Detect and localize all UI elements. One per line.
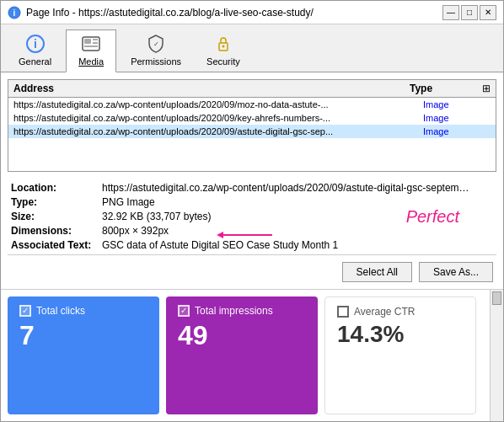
address-column-header: Address — [13, 83, 410, 94]
stat-card-total-clicks: ✓ Total clicks 7 — [8, 296, 159, 414]
permissions-icon: ✓ — [146, 34, 166, 54]
media-table: Address Type ⊞ https://astutedigital.co.… — [8, 79, 496, 172]
average-ctr-value: 14.3% — [337, 323, 464, 346]
total-impressions-title: Total impressions — [195, 305, 273, 317]
total-impressions-value: 49 — [178, 322, 306, 349]
location-value: https://astutedigital.co.za/wp-content/u… — [102, 182, 473, 194]
dimensions-label: Dimensions: — [11, 225, 95, 237]
svg-rect-5 — [84, 39, 91, 44]
stat-card-header: ✓ Total impressions — [178, 305, 306, 317]
table-row[interactable]: https://astutedigital.co.za/wp-content/u… — [8, 125, 496, 138]
type-label: Type: — [11, 196, 95, 208]
stat-card-total-impressions: ✓ Total impressions 49 — [166, 296, 318, 414]
select-all-button[interactable]: Select All — [342, 262, 412, 282]
associated-text-label: Associated Text: — [11, 239, 95, 251]
window-icon: i — [8, 6, 21, 19]
dimensions-row: Dimensions: 800px × 392px — [11, 225, 493, 237]
table-row[interactable]: https://astutedigital.co.za/wp-content/u… — [8, 98, 496, 111]
arrow-icon — [213, 227, 281, 243]
row-address: https://astutedigital.co.za/wp-content/u… — [13, 99, 423, 110]
media-icon — [81, 34, 101, 54]
stat-card-header: ✓ Total clicks — [19, 305, 147, 317]
size-row: Size: 32.92 KB (33,707 bytes) Perfect — [11, 211, 493, 222]
maximize-button[interactable]: □ — [461, 5, 478, 20]
total-clicks-checkbox[interactable]: ✓ — [19, 305, 31, 317]
security-icon — [213, 34, 233, 54]
stat-card-header: Average CTR — [337, 306, 464, 318]
svg-rect-7 — [93, 42, 98, 44]
minimize-button[interactable]: — — [442, 5, 459, 20]
tab-security[interactable]: Security — [196, 29, 251, 72]
save-as-button[interactable]: Save As... — [419, 262, 493, 282]
svg-marker-12 — [217, 232, 223, 238]
type-value: PNG Image — [102, 196, 493, 208]
svg-rect-6 — [93, 39, 98, 40]
action-buttons: Select All Save As... — [1, 255, 503, 289]
tab-general-label: General — [19, 56, 51, 67]
type-row: Type: PNG Image — [11, 196, 493, 208]
svg-text:i: i — [13, 8, 16, 18]
total-clicks-title: Total clicks — [36, 305, 85, 317]
type-column-header: Type — [410, 83, 477, 94]
total-impressions-checkbox[interactable]: ✓ — [178, 305, 190, 317]
general-icon: i — [25, 34, 46, 54]
row-address: https://astutedigital.co.za/wp-content/u… — [13, 113, 423, 123]
svg-text:i: i — [34, 37, 37, 51]
tab-media[interactable]: Media — [66, 29, 116, 72]
preview-area: ✓ Total clicks 7 ✓ Total impressions 49 — [1, 289, 503, 421]
size-label: Size: — [11, 211, 95, 222]
close-button[interactable]: ✕ — [480, 5, 496, 20]
table-row[interactable]: https://astutedigital.co.za/wp-content/u… — [8, 111, 496, 125]
stat-card-average-ctr: Average CTR 14.3% — [324, 296, 476, 414]
sort-icon: ⊞ — [477, 83, 491, 94]
svg-point-11 — [222, 45, 224, 48]
total-clicks-value: 7 — [19, 322, 147, 349]
tab-permissions-label: Permissions — [131, 56, 181, 67]
row-type: Image — [423, 99, 491, 110]
page-info-window: i Page Info - https://astutedigital.co.z… — [0, 0, 504, 422]
window-controls: — □ ✕ — [442, 5, 496, 20]
row-address: https://astutedigital.co.za/wp-content/u… — [13, 126, 423, 136]
tab-general[interactable]: i General — [8, 29, 62, 72]
location-row: Location: https://astutedigital.co.za/wp… — [11, 182, 493, 194]
associated-text-value: GSC data of Astute Digital SEO Case Stud… — [102, 239, 493, 251]
preview-scrollbar[interactable] — [490, 290, 503, 421]
title-bar: i Page Info - https://astutedigital.co.z… — [1, 1, 503, 24]
annotation-perfect: Perfect — [406, 207, 459, 227]
location-label: Location: — [11, 182, 95, 194]
row-type: Image — [423, 113, 491, 123]
media-info: Location: https://astutedigital.co.za/wp… — [1, 179, 503, 254]
main-content: Address Type ⊞ https://astutedigital.co.… — [1, 72, 503, 421]
dimensions-value: 800px × 392px — [102, 225, 493, 237]
svg-rect-8 — [84, 45, 98, 47]
table-header: Address Type ⊞ — [8, 80, 496, 98]
checkmark-icon: ✓ — [180, 307, 187, 315]
table-body[interactable]: https://astutedigital.co.za/wp-content/u… — [8, 98, 496, 171]
svg-text:✓: ✓ — [153, 40, 159, 48]
tab-security-label: Security — [206, 56, 240, 67]
average-ctr-checkbox[interactable] — [337, 306, 349, 318]
window-title: Page Info - https://astutedigital.co.za/… — [26, 7, 442, 19]
row-type: Image — [423, 126, 491, 136]
tab-permissions[interactable]: ✓ Permissions — [120, 29, 192, 72]
checkmark-icon: ✓ — [22, 307, 29, 315]
tab-media-label: Media — [78, 56, 104, 67]
average-ctr-title: Average CTR — [354, 306, 415, 318]
tab-bar: i General Media ✓ — [1, 24, 503, 72]
